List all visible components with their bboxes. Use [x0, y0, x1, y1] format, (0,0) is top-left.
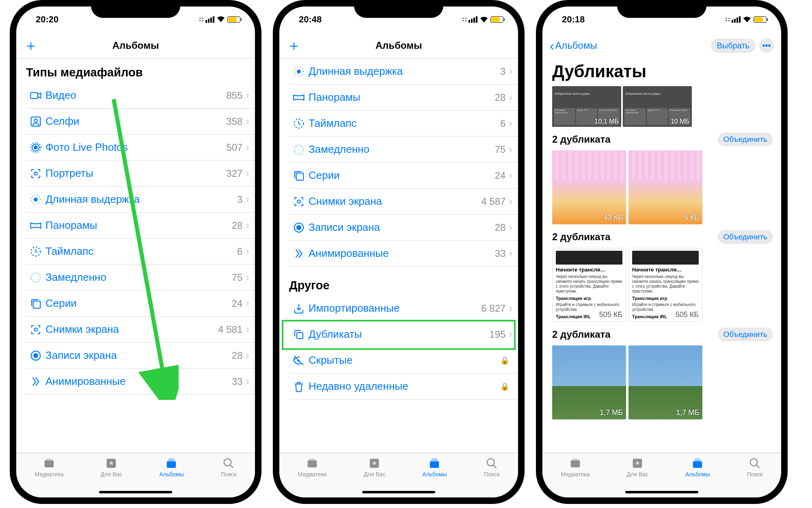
list-row-portrait[interactable]: Портреты 327›: [26, 161, 255, 187]
duplicate-thumb[interactable]: 5 КБ: [628, 150, 702, 224]
wifi-icon: [217, 14, 225, 25]
more-button[interactable]: •••: [759, 38, 774, 53]
status-bar: 20:18 ∷: [542, 7, 781, 33]
list-row-dup[interactable]: Дубликаты 195›: [289, 321, 518, 347]
row-count: 4 581: [218, 324, 242, 335]
list-row-import[interactable]: Импортированные 6 827›: [289, 295, 518, 321]
home-indicator[interactable]: [99, 491, 172, 493]
home-indicator[interactable]: [362, 491, 435, 493]
list-row-selfie[interactable]: Селфи 358›: [26, 109, 255, 135]
file-size: 10 МБ: [671, 118, 689, 125]
list-row-timelapse[interactable]: Таймлапс 6›: [26, 239, 255, 265]
merge-button[interactable]: Объединить: [718, 230, 773, 244]
list-row-screenshot[interactable]: Снимки экрана 4 581›: [26, 317, 255, 343]
lib-icon: [569, 456, 581, 470]
back-button[interactable]: ‹ Альбомы: [550, 39, 597, 52]
content-scroll[interactable]: Типы медиафайлов Видео 855› Селфи 358› Ф…: [16, 59, 255, 453]
tab-label: Поиск: [747, 471, 763, 478]
row-label: Скрытые: [309, 354, 500, 367]
select-button[interactable]: Выбрать: [711, 39, 755, 53]
svg-rect-19: [167, 461, 176, 468]
status-time: 20:48: [299, 14, 322, 25]
list-row-pano[interactable]: Панорамы 28›: [289, 85, 518, 111]
duplicate-thumb[interactable]: 1,7 МБ: [552, 345, 626, 419]
list-row-burst[interactable]: Серии 24›: [26, 291, 255, 317]
chevron-right-icon: ›: [246, 297, 249, 310]
lock-icon: 🔒: [500, 356, 509, 365]
duplicate-thumb[interactable]: Начните трансля…Через несколько секунд в…: [628, 248, 702, 322]
list-row-video[interactable]: Видео 855›: [26, 82, 255, 109]
tab-search[interactable]: Поиск: [221, 456, 237, 497]
svg-point-14: [34, 354, 38, 358]
list-row-longexp[interactable]: Длинная выдержка 3›: [26, 187, 255, 213]
merge-button[interactable]: Объединить: [718, 132, 773, 146]
svg-point-22: [224, 459, 231, 466]
row-count: 6: [237, 246, 242, 257]
row-label: Импортированные: [309, 302, 481, 315]
albums-icon: [165, 456, 177, 470]
list-row-timelapse[interactable]: Таймлапс 6›: [289, 111, 518, 137]
svg-point-6: [34, 172, 37, 175]
tab-lib[interactable]: Медиатека: [561, 456, 590, 497]
tab-label: Поиск: [221, 471, 237, 478]
list-row-hidden[interactable]: Скрытые 🔒: [289, 347, 518, 373]
svg-rect-37: [432, 458, 437, 460]
tab-search[interactable]: Поиск: [484, 456, 500, 497]
svg-rect-32: [308, 460, 317, 468]
duplicate-thumb[interactable]: Избранные аксессуары Гостиная Светильник…: [552, 86, 621, 127]
chevron-right-icon: ›: [509, 221, 512, 234]
row-count: 507: [226, 142, 242, 153]
content-scroll[interactable]: Длинная выдержка 3› Панорамы 28› Таймлап…: [279, 59, 518, 453]
screenrec-icon: [26, 350, 45, 362]
list-row-animated[interactable]: Анимированные 33›: [26, 369, 255, 395]
selfie-icon: [26, 115, 45, 128]
nav-bar: ‹ Альбомы Выбрать •••: [542, 33, 781, 59]
list-row-pano[interactable]: Панорамы 28›: [26, 213, 255, 239]
timelapse-icon: [26, 245, 45, 258]
animated-icon: [289, 247, 309, 260]
duplicate-thumb[interactable]: 43 КБ: [552, 150, 626, 224]
row-count: 195: [489, 329, 505, 340]
tab-search[interactable]: Поиск: [747, 456, 763, 497]
duplicate-thumb[interactable]: Избранные аксессуары Гостиная Светильник…: [623, 86, 692, 127]
chevron-right-icon: ›: [246, 323, 249, 336]
row-label: Анимированные: [309, 247, 495, 260]
tab-label: Альбомы: [422, 471, 447, 478]
tab-lib[interactable]: Медиатека: [298, 456, 327, 497]
list-row-screenrec[interactable]: Записи экрана 28›: [289, 215, 518, 241]
list-row-slomo[interactable]: Замедленно 75›: [26, 265, 255, 291]
animated-icon: [26, 376, 45, 388]
home-indicator[interactable]: [625, 491, 698, 493]
svg-rect-0: [31, 92, 38, 98]
tab-lib[interactable]: Медиатека: [35, 456, 64, 497]
svg-rect-17: [46, 459, 52, 460]
list-row-trash[interactable]: Недавно удаленные 🔒: [289, 373, 518, 399]
duplicate-thumb[interactable]: Начните трансля…Через несколько секунд в…: [552, 248, 626, 322]
list-row-animated[interactable]: Анимированные 33›: [289, 241, 518, 267]
search-icon: [749, 456, 761, 470]
svg-rect-21: [169, 458, 174, 460]
page-title: Дубликаты: [542, 59, 781, 86]
nav-bar: ＋ Альбомы: [279, 33, 518, 59]
row-count: 75: [232, 272, 243, 283]
chevron-right-icon: ›: [509, 143, 512, 156]
merge-button[interactable]: Объединить: [718, 328, 773, 341]
row-label: Анимированные: [45, 375, 232, 388]
list-row-slomo[interactable]: Замедленно 75›: [289, 137, 518, 163]
slomo-icon: [26, 271, 45, 284]
list-row-burst[interactable]: Серии 24›: [289, 163, 518, 189]
search-icon: [222, 456, 235, 470]
svg-rect-43: [694, 460, 702, 461]
add-button[interactable]: ＋: [287, 38, 301, 53]
chevron-right-icon: ›: [509, 65, 512, 78]
list-row-longexp[interactable]: Длинная выдержка 3›: [289, 59, 518, 85]
duplicate-thumb[interactable]: 1,7 МБ: [628, 345, 702, 419]
content-scroll[interactable]: Дубликаты Избранные аксессуары Гостиная …: [542, 59, 781, 453]
list-row-screenshot[interactable]: Снимки экрана 4 587›: [289, 189, 518, 215]
albums-icon: [691, 456, 704, 470]
import-icon: [289, 302, 309, 315]
list-row-screenrec[interactable]: Записи экрана 28›: [26, 343, 255, 369]
trash-icon: [289, 380, 309, 393]
list-row-live[interactable]: Фото Live Photos 507›: [26, 135, 255, 161]
add-button[interactable]: ＋: [24, 38, 38, 53]
